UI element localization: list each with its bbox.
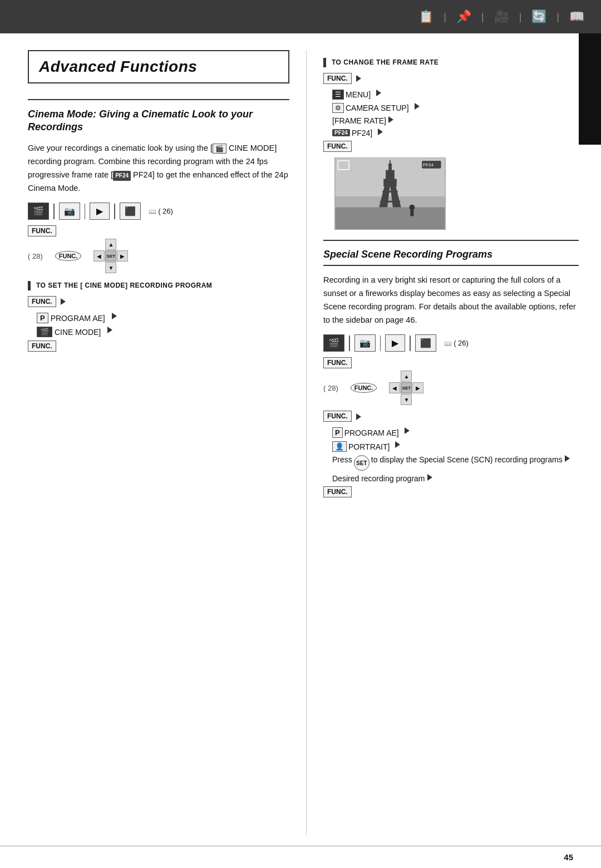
camera-icon: 🎥 bbox=[494, 9, 509, 24]
photo-icon-box: 📷 bbox=[59, 203, 80, 220]
svg-rect-9 bbox=[380, 201, 400, 203]
bottom-bar: 45 bbox=[0, 846, 601, 868]
cine-step-list: P PROGRAM AE] 🎬 CINE MODE] bbox=[37, 313, 289, 337]
cine-step-header: To set the [ Cine Mode] Recording Progra… bbox=[28, 281, 289, 290]
svg-rect-11 bbox=[385, 182, 396, 183]
svg-rect-7 bbox=[388, 164, 392, 171]
icon-divider-3 bbox=[114, 204, 115, 219]
divider-1 bbox=[28, 99, 289, 100]
cine-step-2: 🎬 CINE MODE] bbox=[37, 327, 289, 337]
frame-rate-header: To change the frame rate bbox=[323, 58, 579, 67]
main-content: Advanced Functions Cinema Mode: Giving a… bbox=[0, 33, 601, 846]
svg-text:PF24: PF24 bbox=[423, 162, 433, 167]
black-accent-block bbox=[579, 33, 601, 145]
playback-icon-box: ▶ bbox=[90, 203, 110, 220]
special-step-4: Desired recording program bbox=[332, 474, 579, 483]
func-label-cine: FUNC. bbox=[28, 296, 56, 307]
left-column: Advanced Functions Cinema Mode: Giving a… bbox=[28, 50, 306, 835]
special-scene-title: Special Scene Recording Programs bbox=[323, 249, 579, 266]
page-number: 45 bbox=[564, 852, 573, 862]
frame-step-2: ⚙ CAMERA SETUP] bbox=[332, 103, 579, 113]
divider-right bbox=[323, 240, 579, 241]
special-step-2: 👤 PORTRAIT] bbox=[332, 441, 579, 452]
func-page-ref-1: ( 28) bbox=[28, 252, 43, 260]
cinema-mode-title: Cinema Mode: Giving a Cinematic Look to … bbox=[28, 108, 289, 134]
book-icon: 📖 bbox=[569, 9, 584, 24]
func-label-special: FUNC. bbox=[323, 357, 352, 368]
section-title-box: Advanced Functions bbox=[28, 50, 289, 83]
cine-mode-steps: To set the [ Cine Mode] Recording Progra… bbox=[28, 281, 289, 352]
func-block-1: FUNC. ( 28) FUNC. ▲ ◀ SET ▶ ▼ bbox=[28, 225, 289, 273]
frame-step-1: ☰ MENU] bbox=[332, 90, 579, 100]
pin-icon: 📌 bbox=[456, 9, 471, 24]
func-circle-1: FUNC. bbox=[55, 251, 82, 261]
nav-cross-special: ▲ ◀ SET ▶ ▼ bbox=[389, 371, 423, 405]
video-icon-box: 🎬 bbox=[28, 203, 49, 220]
clipboard-icon: 📋 bbox=[418, 9, 433, 24]
cinema-body-text: Give your recordings a cinematic look by… bbox=[28, 142, 289, 195]
special-step-1: P PROGRAM AE] bbox=[332, 427, 579, 438]
special-step-3: Press SET to display the Special Scene (… bbox=[332, 455, 579, 471]
svg-rect-6 bbox=[386, 170, 395, 180]
icon-divider-2 bbox=[85, 204, 86, 219]
func-page-ref-special: ( 28) bbox=[323, 384, 338, 392]
frame-rate-section: To change the frame rate FUNC. ☰ MENU] ⚙ bbox=[323, 58, 579, 230]
set-button-3: SET bbox=[354, 455, 370, 471]
func-row-1: ( 28) FUNC. ▲ ◀ SET ▶ ▼ bbox=[28, 239, 289, 273]
frame-step-3: [FRAME RATE] bbox=[332, 116, 579, 125]
func-label-special-end: FUNC. bbox=[323, 486, 352, 497]
separator-2: | bbox=[481, 11, 484, 23]
svg-point-12 bbox=[409, 204, 415, 210]
special-play-icon: ▶ bbox=[385, 334, 405, 352]
separator-1: | bbox=[444, 11, 446, 23]
icon-divider-1 bbox=[53, 204, 55, 219]
special-photo-icon: 📷 bbox=[354, 334, 376, 352]
func-block-special: FUNC. ( 28) FUNC. ▲ ◀ SET ▶ ▼ bbox=[323, 357, 579, 405]
func-label-special-2: FUNC. bbox=[323, 411, 352, 422]
eiffel-tower-photo: PF24 bbox=[334, 157, 446, 230]
separator-4: | bbox=[556, 11, 559, 23]
cine-step-1: P PROGRAM AE] bbox=[37, 313, 289, 323]
special-divider-2 bbox=[380, 336, 381, 351]
svg-rect-2 bbox=[336, 207, 445, 229]
func-label-1: FUNC. bbox=[28, 225, 56, 236]
func-row-special: ( 28) FUNC. ▲ ◀ SET ▶ ▼ bbox=[323, 371, 579, 405]
func-circle-special: FUNC. bbox=[351, 383, 377, 393]
special-scene-body: Recording in a very bright ski resort or… bbox=[323, 274, 579, 327]
top-icons: 📋 | 📌 | 🎥 | 🔄 | 📖 bbox=[418, 9, 584, 24]
func-block-special-steps: FUNC. bbox=[323, 411, 579, 422]
special-step-list: P PROGRAM AE] 👤 PORTRAIT] Press SET to d… bbox=[332, 427, 579, 483]
page-title: Advanced Functions bbox=[39, 58, 278, 76]
func-label-cine-end: FUNC. bbox=[28, 341, 56, 352]
frame-step-4: PF24 PF24] bbox=[332, 129, 579, 137]
record-icon-box: ⬛ bbox=[120, 203, 141, 220]
special-page-ref: 📖 ( 26) bbox=[444, 339, 469, 347]
sync-icon: 🔄 bbox=[531, 9, 546, 24]
nav-cross-1: ▲ ◀ SET ▶ ▼ bbox=[93, 239, 128, 273]
mode-icon-row: 🎬 📷 ▶ ⬛ 📖 ( 26) bbox=[28, 203, 289, 220]
special-stop-icon: ⬛ bbox=[415, 334, 436, 352]
func-block-frame: FUNC. bbox=[323, 73, 579, 84]
frame-rate-steps: ☰ MENU] ⚙ CAMERA SETUP] [FRAME RATE] bbox=[332, 90, 579, 137]
special-icon-row: 🎬 📷 ▶ ⬛ 📖 ( 26) bbox=[323, 334, 579, 352]
special-video-icon: 🎬 bbox=[323, 334, 344, 352]
separator-3: | bbox=[519, 11, 522, 23]
top-bar: 📋 | 📌 | 🎥 | 🔄 | 📖 bbox=[0, 0, 601, 33]
func-block-cine: FUNC. bbox=[28, 296, 289, 307]
func-label-frame-end: FUNC. bbox=[323, 141, 352, 152]
func-label-frame: FUNC. bbox=[323, 73, 352, 84]
special-divider-3 bbox=[410, 336, 411, 351]
svg-rect-8 bbox=[390, 160, 391, 165]
page-ref-1: 📖 ( 26) bbox=[149, 207, 173, 215]
right-column: To change the frame rate FUNC. ☰ MENU] ⚙ bbox=[306, 50, 579, 835]
svg-rect-10 bbox=[382, 191, 398, 193]
svg-rect-13 bbox=[410, 209, 413, 216]
special-divider-1 bbox=[349, 336, 350, 351]
